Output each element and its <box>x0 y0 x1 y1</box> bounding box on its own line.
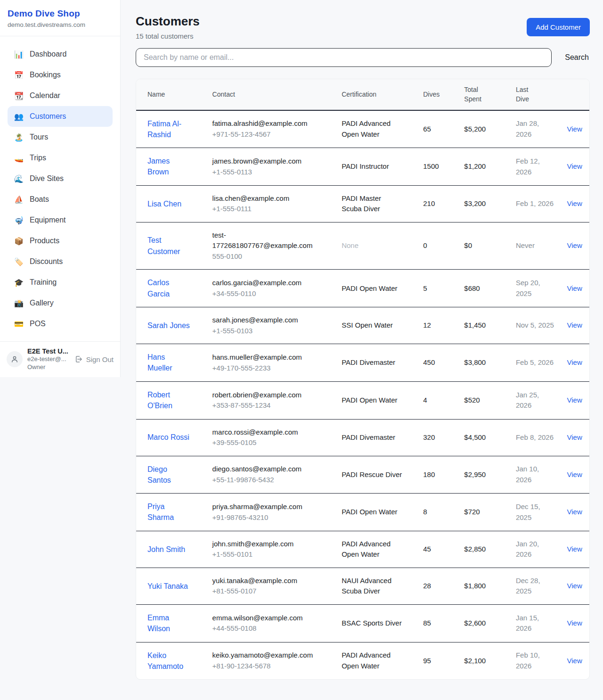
customer-name-link[interactable]: Carlos Garcia <box>147 277 191 299</box>
sidebar-item-pos[interactable]: 💳 POS <box>8 313 113 334</box>
customer-last-dive: Sep 20, 2025 <box>510 270 562 307</box>
customer-name-link[interactable]: Diego Santos <box>147 464 191 486</box>
customer-name-link[interactable]: Lisa Chen <box>147 198 181 209</box>
customer-name-link[interactable]: Priya Sharma <box>147 501 191 523</box>
customer-dives: 0 <box>417 222 458 270</box>
customers-table-card: Name Contact Certification Dives Total S… <box>136 79 590 680</box>
table-row: Diego Santos diego.santos@example.com +5… <box>136 456 589 494</box>
sidebar-item-equipment[interactable]: 🤿 Equipment <box>8 210 113 231</box>
view-link[interactable]: View <box>567 396 582 404</box>
page-title: Customers <box>136 14 200 29</box>
customer-name-link[interactable]: Keiko Yamamoto <box>147 650 191 672</box>
customer-name-link[interactable]: Robert O'Brien <box>147 389 191 411</box>
tours-icon: 🏝️ <box>14 133 24 142</box>
avatar <box>7 351 23 367</box>
column-header-total-spent: Total Spent <box>458 79 510 110</box>
sidebar-item-customers[interactable]: 👥 Customers <box>8 106 113 127</box>
sidebar-nav: 📊 Dashboard 📅 Bookings 📆 Calendar 👥 Cust… <box>0 36 120 341</box>
user-email: e2e-tester@... <box>27 355 70 363</box>
view-link[interactable]: View <box>567 545 582 553</box>
sidebar-item-tours[interactable]: 🏝️ Tours <box>8 127 113 148</box>
view-link[interactable]: View <box>567 470 582 478</box>
customer-name-link[interactable]: James Brown <box>147 156 191 177</box>
customer-certification: BSAC Sports Diver <box>342 619 402 627</box>
customer-last-dive: Feb 1, 2026 <box>510 185 562 222</box>
gallery-icon: 📸 <box>14 299 24 308</box>
customer-certification: PADI Advanced Open Water <box>342 651 391 670</box>
customer-dives: 450 <box>417 344 458 382</box>
table-row: Keiko Yamamoto keiko.yamamoto@example.co… <box>136 642 589 679</box>
customer-phone: 555-0100 <box>212 251 325 262</box>
customer-certification: PADI Open Water <box>342 396 397 404</box>
customer-name-link[interactable]: Sarah Jones <box>147 320 190 331</box>
sidebar-item-gallery[interactable]: 📸 Gallery <box>8 293 113 313</box>
view-link[interactable]: View <box>567 433 582 441</box>
table-row: Sarah Jones sarah.jones@example.com +1-5… <box>136 307 589 344</box>
view-link[interactable]: View <box>567 284 582 292</box>
view-link[interactable]: View <box>567 508 582 516</box>
customer-name-link[interactable]: Test Customer <box>147 235 191 256</box>
customer-certification: PADI Advanced Open Water <box>342 119 391 138</box>
customer-email: john.smith@example.com <box>212 539 325 550</box>
customer-certification: PADI Rescue Diver <box>342 470 402 478</box>
view-link[interactable]: View <box>567 657 582 665</box>
customer-total-spent: $720 <box>458 494 510 531</box>
customer-phone: +971-55-123-4567 <box>212 129 325 140</box>
customer-dives: 210 <box>417 185 458 222</box>
customer-certification: PADI Open Water <box>342 508 397 516</box>
view-link[interactable]: View <box>567 619 582 627</box>
view-link[interactable]: View <box>567 358 582 366</box>
user-name: E2E Test U... <box>27 347 70 355</box>
customer-total-spent: $1,200 <box>458 148 510 186</box>
view-link[interactable]: View <box>567 125 582 133</box>
customer-name-link[interactable]: Marco Rossi <box>147 432 189 443</box>
customer-certification: PADI Divemaster <box>342 358 395 366</box>
customer-phone: +353-87-555-1234 <box>212 400 325 411</box>
customer-email: marco.rossi@example.com <box>212 427 325 438</box>
search-input[interactable] <box>136 48 552 67</box>
customer-certification: PADI Instructor <box>342 162 389 170</box>
sidebar-item-boats[interactable]: ⛵ Boats <box>8 189 113 210</box>
customer-name-link[interactable]: Hans Mueller <box>147 352 191 373</box>
sidebar-item-bookings[interactable]: 📅 Bookings <box>8 65 113 85</box>
add-customer-button[interactable]: Add Customer <box>527 18 590 36</box>
sidebar-item-discounts[interactable]: 🏷️ Discounts <box>8 251 113 272</box>
sidebar-header: Demo Dive Shop demo.test.divestreams.com <box>0 0 120 36</box>
bookings-icon: 📅 <box>14 71 24 80</box>
dive-sites-icon: 🌊 <box>14 174 24 183</box>
customer-certification: None <box>342 241 359 249</box>
customer-dives: 65 <box>417 110 458 148</box>
customer-dives: 45 <box>417 531 458 568</box>
customer-name-link[interactable]: Yuki Tanaka <box>147 581 188 592</box>
customer-name-link[interactable]: Fatima Al-Rashid <box>147 118 191 140</box>
view-link[interactable]: View <box>567 241 582 249</box>
customer-dives: 4 <box>417 381 458 419</box>
view-link[interactable]: View <box>567 162 582 170</box>
customer-email: hans.mueller@example.com <box>212 352 325 363</box>
main-content: Customers 15 total customers Add Custome… <box>121 0 603 680</box>
customer-last-dive: Dec 15, 2025 <box>510 494 562 531</box>
customer-phone: +34-555-0110 <box>212 288 325 299</box>
table-row: Test Customer test-1772681807767@example… <box>136 222 589 270</box>
sidebar-item-calendar[interactable]: 📆 Calendar <box>8 85 113 106</box>
sign-out-button[interactable]: Sign Out <box>74 355 114 363</box>
sidebar-item-dashboard[interactable]: 📊 Dashboard <box>8 44 113 65</box>
view-link[interactable]: View <box>567 321 582 329</box>
shop-name: Demo Dive Shop <box>8 8 113 19</box>
customer-certification: PADI Advanced Open Water <box>342 540 391 559</box>
view-link[interactable]: View <box>567 582 582 590</box>
search-button[interactable]: Search <box>564 51 590 64</box>
customer-name-link[interactable]: Emma Wilson <box>147 612 191 634</box>
sidebar-item-products[interactable]: 📦 Products <box>8 231 113 251</box>
customer-dives: 95 <box>417 642 458 679</box>
column-header-actions <box>562 79 589 110</box>
sidebar-item-training[interactable]: 🎓 Training <box>8 272 113 293</box>
equipment-icon: 🤿 <box>14 216 24 225</box>
view-link[interactable]: View <box>567 199 582 207</box>
sidebar-item-dive-sites[interactable]: 🌊 Dive Sites <box>8 168 113 189</box>
customer-phone: +39-555-0105 <box>212 437 325 448</box>
sidebar-item-trips[interactable]: 🚤 Trips <box>8 148 113 168</box>
customer-name-link[interactable]: John Smith <box>147 544 185 555</box>
customer-certification: PADI Open Water <box>342 284 397 292</box>
customer-last-dive: Feb 12, 2026 <box>510 148 562 186</box>
